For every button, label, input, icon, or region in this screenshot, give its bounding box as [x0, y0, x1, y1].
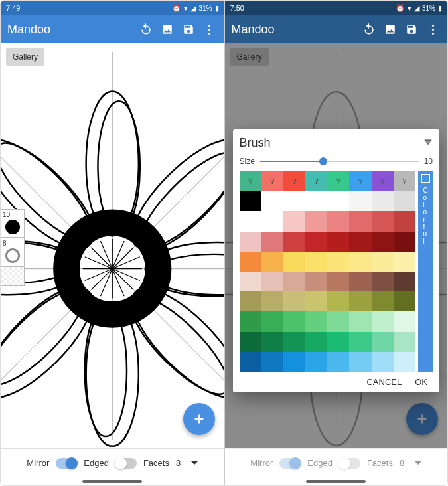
- color-swatch[interactable]: [349, 311, 371, 331]
- color-swatch[interactable]: [240, 311, 261, 331]
- color-swatch[interactable]: [240, 191, 261, 211]
- color-swatch[interactable]: [283, 311, 305, 331]
- color-swatch[interactable]: [327, 332, 349, 352]
- color-swatch[interactable]: [349, 272, 371, 291]
- color-swatch[interactable]: [349, 291, 371, 311]
- color-swatch[interactable]: [261, 332, 283, 352]
- color-swatch[interactable]: [283, 211, 305, 231]
- color-swatch[interactable]: [372, 272, 394, 291]
- brush-tool[interactable]: 10: [1, 209, 25, 238]
- save-button[interactable]: [178, 19, 199, 40]
- color-swatch[interactable]: [240, 332, 261, 352]
- overflow-menu-button[interactable]: [422, 19, 443, 40]
- color-swatch[interactable]: [327, 252, 349, 272]
- ok-button[interactable]: OK: [415, 377, 427, 387]
- color-swatch[interactable]: [240, 352, 261, 372]
- color-swatch[interactable]: [372, 252, 394, 272]
- color-swatch[interactable]: [394, 311, 415, 331]
- color-swatch[interactable]: ?: [240, 171, 261, 191]
- color-swatch[interactable]: [394, 352, 415, 372]
- color-swatch[interactable]: [394, 232, 415, 252]
- color-swatch[interactable]: [372, 332, 394, 352]
- color-swatch[interactable]: [261, 211, 283, 231]
- edged-toggle[interactable]: [115, 458, 137, 469]
- color-swatch[interactable]: [394, 272, 415, 291]
- color-swatch[interactable]: [327, 311, 349, 331]
- color-swatch[interactable]: [261, 252, 283, 272]
- color-swatch[interactable]: [283, 291, 305, 311]
- color-swatch[interactable]: [327, 211, 349, 231]
- color-swatch[interactable]: ?: [372, 171, 394, 191]
- color-swatch[interactable]: [283, 191, 305, 211]
- color-swatch[interactable]: [283, 272, 305, 291]
- color-swatch[interactable]: [372, 352, 394, 372]
- color-swatch[interactable]: [349, 332, 371, 352]
- color-swatch[interactable]: [305, 291, 327, 311]
- drawing-canvas[interactable]: Gallery 10 8: [1, 43, 224, 448]
- color-swatch[interactable]: [305, 352, 327, 372]
- color-swatch[interactable]: [240, 211, 261, 231]
- image-button[interactable]: [157, 19, 178, 40]
- size-slider[interactable]: [260, 161, 419, 162]
- overflow-menu-button[interactable]: [199, 19, 220, 40]
- color-swatch[interactable]: [394, 252, 415, 272]
- add-fab[interactable]: [183, 403, 215, 435]
- facets-dropdown-icon[interactable]: [191, 461, 198, 465]
- undo-button[interactable]: [358, 19, 380, 40]
- color-swatch[interactable]: [305, 332, 327, 352]
- undo-button[interactable]: [135, 19, 157, 40]
- color-swatch[interactable]: [261, 291, 283, 311]
- nav-pill[interactable]: [306, 480, 366, 483]
- color-swatch[interactable]: [327, 232, 349, 252]
- color-swatch[interactable]: [372, 211, 394, 231]
- color-swatch[interactable]: [261, 311, 283, 331]
- color-swatch[interactable]: [240, 252, 261, 272]
- background-tool[interactable]: [1, 266, 25, 286]
- color-swatch[interactable]: [349, 352, 371, 372]
- color-swatch[interactable]: [261, 352, 283, 372]
- color-swatch[interactable]: ?: [394, 171, 415, 191]
- color-swatch[interactable]: [283, 332, 305, 352]
- color-swatch[interactable]: [394, 191, 415, 211]
- color-swatch[interactable]: ?: [349, 171, 371, 191]
- color-swatch[interactable]: [240, 232, 261, 252]
- color-swatch[interactable]: [283, 232, 305, 252]
- color-swatch[interactable]: [372, 311, 394, 331]
- color-swatch[interactable]: [394, 291, 415, 311]
- color-swatch[interactable]: [372, 291, 394, 311]
- color-swatch[interactable]: [327, 272, 349, 291]
- color-swatch[interactable]: [327, 291, 349, 311]
- color-swatch[interactable]: [261, 232, 283, 252]
- color-swatch[interactable]: [327, 191, 349, 211]
- color-swatch[interactable]: [283, 352, 305, 372]
- colorful-toggle[interactable]: Colorful: [418, 171, 433, 372]
- color-swatch[interactable]: ?: [305, 171, 327, 191]
- color-swatch[interactable]: [349, 211, 371, 231]
- color-swatch[interactable]: ?: [261, 171, 283, 191]
- color-swatch[interactable]: [372, 232, 394, 252]
- color-swatch[interactable]: [394, 211, 415, 231]
- color-swatch[interactable]: [305, 232, 327, 252]
- color-swatch[interactable]: [305, 311, 327, 331]
- cancel-button[interactable]: CANCEL: [366, 377, 402, 387]
- color-swatch[interactable]: [305, 191, 327, 211]
- color-swatch[interactable]: [349, 252, 371, 272]
- color-swatch[interactable]: [349, 232, 371, 252]
- filter-icon[interactable]: [423, 137, 433, 149]
- color-swatch[interactable]: [240, 272, 261, 291]
- color-swatch[interactable]: [261, 272, 283, 291]
- color-swatch[interactable]: [305, 211, 327, 231]
- eraser-tool[interactable]: 8: [1, 238, 25, 266]
- color-swatch[interactable]: [240, 291, 261, 311]
- color-swatch[interactable]: [305, 252, 327, 272]
- color-swatch[interactable]: [327, 352, 349, 372]
- color-swatch[interactable]: ?: [283, 171, 305, 191]
- nav-pill[interactable]: [82, 480, 142, 483]
- color-swatch[interactable]: [372, 191, 394, 211]
- color-swatch[interactable]: ?: [327, 171, 349, 191]
- image-button[interactable]: [380, 19, 401, 40]
- color-swatch[interactable]: [394, 332, 415, 352]
- color-swatch[interactable]: [349, 191, 371, 211]
- color-swatch[interactable]: [261, 191, 283, 211]
- color-swatch[interactable]: [283, 252, 305, 272]
